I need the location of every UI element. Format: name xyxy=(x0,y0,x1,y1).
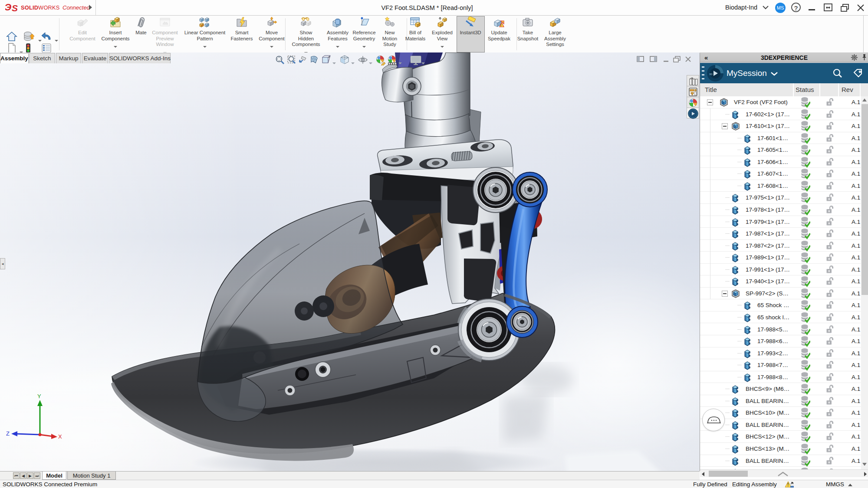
svg-text:X: X xyxy=(58,433,62,440)
svg-text:!: ! xyxy=(501,24,502,27)
svg-text:!: ! xyxy=(787,482,789,487)
svg-text:3D: 3D xyxy=(709,73,713,75)
svg-text:Y: Y xyxy=(37,393,41,400)
svg-text:Z: Z xyxy=(6,430,10,437)
